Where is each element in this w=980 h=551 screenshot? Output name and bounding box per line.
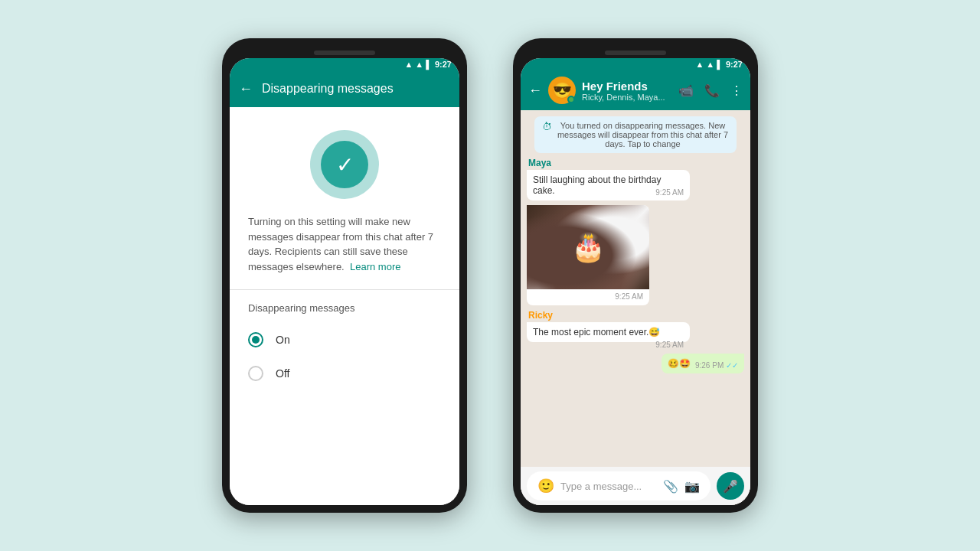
message-maya-image: 🎂 9:25 AM: [527, 205, 649, 305]
chat-messages: ⏱ You turned on disappearing messages. N…: [521, 110, 750, 467]
image-time: 9:25 AM: [527, 289, 649, 305]
status-icons-1: ▲ ▲ ▌: [404, 60, 432, 69]
icon-area: ✓: [230, 107, 459, 214]
chat-input-wrapper[interactable]: 🙂 Type a message... 📎 📷: [527, 471, 710, 500]
message-text-sent: 🥴🤩: [668, 358, 691, 369]
radio-off[interactable]: Off: [230, 357, 459, 390]
app-bar-1: ← Disappearing messages: [230, 70, 459, 107]
signal-icon: ▲: [415, 60, 423, 69]
chat-actions: 📹 📞 ⋮: [678, 83, 743, 98]
phone-notch-2: [521, 46, 750, 58]
cake-image: 🎂: [527, 205, 649, 289]
section-title: Disappearing messages: [230, 302, 459, 323]
time-ricky: 9:25 AM: [655, 341, 684, 349]
settings-content: ✓ Turning on this setting will make new …: [230, 107, 459, 505]
read-ticks: ✓✓: [726, 361, 738, 370]
camera-icon[interactable]: 📷: [684, 479, 700, 494]
status-icons-2: ▲ ▲ ▌: [695, 60, 723, 69]
status-time-2: 9:27: [726, 60, 743, 69]
system-message-text: You turned on disappearing messages. New…: [557, 121, 729, 148]
bubble-maya-text: Still laughing about the birthday cake. …: [527, 170, 690, 201]
sender-maya: Maya: [527, 158, 690, 168]
screen-title-1: Disappearing messages: [262, 82, 450, 96]
chat-info[interactable]: Hey Friends Ricky, Dennis, Maya...: [582, 80, 672, 102]
mic-button[interactable]: 🎤: [717, 472, 744, 500]
chat-input-placeholder[interactable]: Type a message...: [560, 481, 657, 492]
battery-icon: ▌: [426, 60, 432, 69]
emoji-input-icon[interactable]: 🙂: [537, 478, 554, 494]
phone-notch-1: [230, 46, 459, 58]
status-time-1: 9:27: [435, 60, 452, 69]
back-button-2[interactable]: ←: [528, 83, 542, 99]
settings-description: Turning on this setting will make new me…: [230, 214, 459, 289]
divider-1: [230, 289, 459, 290]
wifi-icon-2: ▲: [695, 60, 704, 69]
bubble-ricky: The most epic moment ever.😅 9:25 AM: [527, 322, 690, 342]
bubble-sent: 🥴🤩 9:26 PM ✓✓: [662, 354, 744, 373]
learn-more-link[interactable]: Learn more: [350, 261, 400, 272]
sender-ricky: Ricky: [527, 310, 690, 321]
notch-bar-1: [314, 51, 375, 55]
message-sent: 🥴🤩 9:26 PM ✓✓: [662, 354, 744, 373]
status-bar-1: ▲ ▲ ▌ 9:27: [230, 58, 459, 70]
signal-icon-2: ▲: [706, 60, 714, 69]
mic-icon: 🎤: [723, 479, 738, 494]
chat-members: Ricky, Dennis, Maya...: [582, 93, 672, 102]
phone-2: ▲ ▲ ▌ 9:27 ← 😎 Hey Friends Ricky, Dennis…: [513, 38, 758, 513]
check-icon: ✓: [336, 152, 354, 178]
chat-app-bar: ← 😎 Hey Friends Ricky, Dennis, Maya... 📹…: [521, 70, 750, 110]
timer-inner: ✓: [321, 141, 368, 188]
chat-background: ⏱ You turned on disappearing messages. N…: [521, 110, 750, 505]
message-ricky: Ricky The most epic moment ever.😅 9:25 A…: [527, 310, 690, 349]
message-text-maya: Still laughing about the birthday cake.: [533, 174, 661, 196]
message-text-ricky: The most epic moment ever.😅: [533, 327, 660, 337]
radio-label-off: Off: [276, 367, 289, 380]
notch-bar-2: [605, 51, 666, 55]
time-sent: 9:26 PM ✓✓: [695, 361, 738, 370]
back-button-1[interactable]: ←: [239, 81, 253, 97]
phone-screen-1: ▲ ▲ ▌ 9:27 ← Disappearing messages ✓: [230, 58, 459, 505]
chat-input-bar: 🙂 Type a message... 📎 📷 🎤: [521, 467, 750, 505]
radio-label-on: On: [276, 334, 290, 346]
battery-icon-2: ▌: [717, 60, 723, 69]
call-icon[interactable]: 📞: [704, 83, 720, 98]
radio-outer-off: [248, 366, 263, 381]
more-options-icon[interactable]: ⋮: [730, 83, 743, 98]
description-text: Turning on this setting will make new me…: [248, 216, 433, 272]
phone-screen-2: ▲ ▲ ▌ 9:27 ← 😎 Hey Friends Ricky, Dennis…: [521, 58, 750, 505]
attachment-icon[interactable]: 📎: [663, 479, 678, 494]
chat-avatar: 😎: [548, 77, 576, 104]
disappearing-icon: ⏱: [542, 121, 552, 132]
system-message[interactable]: ⏱ You turned on disappearing messages. N…: [534, 116, 737, 153]
video-call-icon[interactable]: 📹: [678, 83, 694, 98]
timer-circle: ✓: [310, 130, 379, 199]
time-maya-text: 9:25 AM: [655, 188, 684, 197]
chat-name: Hey Friends: [582, 80, 672, 93]
message-maya-text: Maya Still laughing about the birthday c…: [527, 158, 690, 201]
image-bubble-maya: 🎂 9:25 AM: [527, 205, 649, 305]
online-indicator: [567, 96, 575, 103]
cake-emoji: 🎂: [571, 231, 606, 263]
radio-inner-on: [252, 336, 260, 344]
radio-outer-on: [248, 332, 263, 347]
wifi-icon: ▲: [404, 60, 413, 69]
radio-on[interactable]: On: [230, 323, 459, 357]
status-bar-2: ▲ ▲ ▌ 9:27: [521, 58, 750, 70]
phone-1: ▲ ▲ ▌ 9:27 ← Disappearing messages ✓: [222, 38, 467, 513]
